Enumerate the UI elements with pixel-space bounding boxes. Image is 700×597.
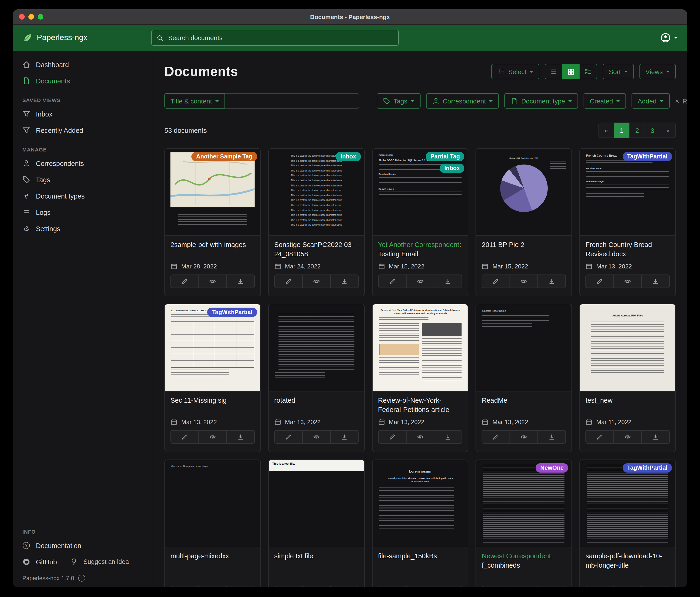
document-tag[interactable]: TagWithPartial [207, 308, 257, 317]
preview-document-button[interactable] [302, 430, 330, 444]
sidebar-item-inbox[interactable]: Inbox [13, 106, 153, 122]
document-tag[interactable]: TagWithPartial [622, 152, 672, 161]
user-menu-button[interactable] [660, 33, 678, 43]
document-title-link[interactable]: ReadMe [482, 396, 566, 415]
download-document-button[interactable] [330, 274, 358, 288]
document-thumbnail[interactable]: TagWithPartial [580, 460, 675, 547]
window-close-button[interactable] [19, 14, 25, 20]
edit-document-button[interactable] [585, 274, 614, 288]
edit-document-button[interactable] [585, 430, 614, 444]
edit-document-button[interactable] [171, 586, 199, 587]
edit-document-button[interactable] [274, 274, 303, 288]
download-document-button[interactable] [641, 430, 670, 444]
document-title-link[interactable]: 2sample-pdf-with-images [171, 240, 255, 259]
document-title-link[interactable]: Review-of-New-York-Federal-Petitions-art… [378, 396, 462, 415]
view-grid-button[interactable] [562, 64, 580, 79]
download-document-button[interactable] [538, 586, 566, 587]
sidebar-item-settings[interactable]: ⚙ Settings [13, 220, 153, 237]
document-tag[interactable]: Another Sample Tag [192, 152, 257, 161]
sidebar-item-documents[interactable]: Documents [13, 73, 153, 89]
edit-document-button[interactable] [378, 274, 406, 288]
window-minimize-button[interactable] [28, 14, 34, 20]
filter-text-input[interactable] [225, 93, 359, 109]
download-document-button[interactable] [226, 430, 255, 444]
window-zoom-button[interactable] [38, 14, 43, 20]
view-details-button[interactable] [579, 64, 597, 79]
edit-document-button[interactable] [274, 586, 303, 587]
edit-document-button[interactable] [171, 274, 199, 288]
pagination-prev-button[interactable]: « [598, 123, 614, 138]
edit-document-button[interactable] [378, 430, 406, 444]
download-document-button[interactable] [434, 430, 462, 444]
preview-document-button[interactable] [510, 274, 538, 288]
document-tag[interactable]: NewOne [535, 463, 568, 473]
edit-document-button[interactable] [171, 430, 199, 444]
document-thumbnail[interactable]: Partial TagInbox Release NotesSimba ODBC… [372, 149, 468, 236]
sidebar-item-documentation[interactable]: ? Documentation [13, 538, 153, 554]
filter-field-dropdown-button[interactable]: Title & content [165, 93, 225, 109]
download-document-button[interactable] [434, 274, 462, 288]
pagination-page-1[interactable]: 1 [614, 123, 630, 138]
preview-document-button[interactable] [406, 586, 434, 587]
sort-dropdown-button[interactable]: Sort [603, 64, 634, 79]
edit-document-button[interactable] [482, 430, 510, 444]
download-document-button[interactable] [330, 430, 358, 444]
preview-document-button[interactable] [510, 586, 538, 587]
preview-document-button[interactable] [614, 586, 642, 587]
document-thumbnail[interactable]: NewOne [476, 460, 572, 547]
document-title-link[interactable]: sample-pdf-download-10-mb-longer-title [585, 552, 670, 570]
filter-tags-button[interactable]: Tags [377, 93, 420, 109]
edit-document-button[interactable] [274, 430, 303, 444]
document-title-link[interactable]: French Country Bread Revised.docx [585, 240, 670, 259]
document-thumbnail[interactable]: Inbox This is a test for the double spac… [269, 149, 364, 236]
document-correspondent-link[interactable]: Newest Correspondent [482, 552, 551, 560]
document-title-link[interactable]: rotated [274, 396, 359, 415]
search-input[interactable] [167, 33, 394, 42]
document-thumbnail[interactable]: This is a multi page document. Page 1. [165, 460, 260, 547]
sidebar-item-suggest-idea[interactable]: Suggest an idea [60, 554, 132, 570]
preview-document-button[interactable] [302, 586, 330, 587]
document-title-link[interactable]: simple txt file [274, 552, 359, 570]
document-title-link[interactable]: 2011 BP Pie 2 [482, 240, 566, 259]
document-thumbnail[interactable]: Adobe Acrobat PDF Files [580, 304, 675, 391]
pagination-next-button[interactable]: » [660, 123, 676, 138]
views-dropdown-button[interactable]: Views [640, 64, 676, 79]
document-thumbnail[interactable]: Lorem ipsumLorem ipsum dolor sit amet, c… [372, 460, 468, 547]
preview-document-button[interactable] [198, 586, 227, 587]
pagination-page-2[interactable]: 2 [629, 123, 645, 138]
document-tag[interactable]: Partial Tag [426, 152, 465, 161]
preview-document-button[interactable] [302, 274, 330, 288]
document-thumbnail[interactable]: TagWithPartial 11. CONTINUING MEDICAL ED… [165, 304, 260, 391]
document-thumbnail[interactable]: Patient BP Distribution 2011 [476, 149, 572, 236]
edit-document-button[interactable] [585, 586, 614, 587]
edit-document-button[interactable] [378, 586, 406, 587]
document-title-link[interactable]: Newest Correspondent: f_combineds [482, 552, 566, 570]
download-document-button[interactable] [641, 274, 670, 288]
download-document-button[interactable] [434, 586, 462, 587]
download-document-button[interactable] [538, 274, 566, 288]
preview-document-button[interactable] [406, 430, 434, 444]
preview-document-button[interactable] [198, 430, 227, 444]
download-document-button[interactable] [330, 586, 358, 587]
app-brand[interactable]: Paperless-ngx [22, 33, 151, 43]
pagination-page-3[interactable]: 3 [645, 123, 660, 138]
download-document-button[interactable] [641, 586, 670, 587]
preview-document-button[interactable] [510, 430, 538, 444]
filter-added-button[interactable]: Added [631, 93, 670, 109]
document-correspondent-link[interactable]: Yet Another Correspondent [378, 241, 459, 248]
document-title-link[interactable]: multi-page-mixedxx [171, 552, 255, 570]
document-thumbnail[interactable]: Review of New York Federal Petitions for… [372, 304, 468, 391]
document-tag[interactable]: Inbox [336, 152, 361, 161]
document-thumbnail[interactable]: TagWithPartial French Country BreadFor t… [580, 149, 675, 236]
reset-filters-button[interactable]: × Reset filters [675, 97, 687, 104]
preview-document-button[interactable] [614, 274, 642, 288]
filter-document-type-button[interactable]: Document type [504, 93, 578, 109]
view-list-button[interactable] [545, 64, 562, 79]
document-tag[interactable]: Inbox [440, 164, 465, 173]
preview-document-button[interactable] [198, 274, 227, 288]
sidebar-item-document-types[interactable]: # Document types [13, 188, 153, 204]
filter-correspondent-button[interactable]: Correspondent [426, 93, 499, 109]
document-tag[interactable]: TagWithPartial [622, 463, 672, 473]
document-thumbnail[interactable] [269, 304, 364, 391]
document-thumbnail[interactable]: Another Sample Tag [165, 149, 260, 236]
